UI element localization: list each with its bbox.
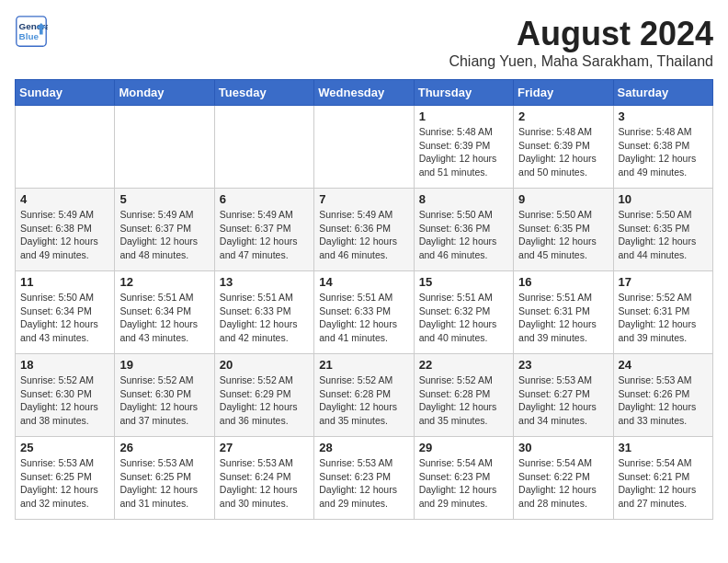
day-info: Sunrise: 5:50 AM Sunset: 6:35 PM Dayligh… bbox=[518, 208, 608, 262]
calendar-day-2: 2Sunrise: 5:48 AM Sunset: 6:39 PM Daylig… bbox=[514, 106, 613, 189]
day-info: Sunrise: 5:52 AM Sunset: 6:29 PM Dayligh… bbox=[220, 373, 309, 428]
day-number: 24 bbox=[619, 358, 708, 372]
day-info: Sunrise: 5:50 AM Sunset: 6:35 PM Dayligh… bbox=[619, 208, 708, 262]
day-info: Sunrise: 5:52 AM Sunset: 6:30 PM Dayligh… bbox=[119, 373, 209, 428]
calendar-table: SundayMondayTuesdayWednesdayThursdayFrid… bbox=[15, 79, 713, 520]
day-info: Sunrise: 5:49 AM Sunset: 6:37 PM Dayligh… bbox=[119, 208, 209, 262]
day-info: Sunrise: 5:52 AM Sunset: 6:28 PM Dayligh… bbox=[319, 373, 408, 428]
day-number: 1 bbox=[419, 109, 508, 123]
day-number: 11 bbox=[20, 275, 109, 289]
day-number: 12 bbox=[119, 275, 209, 289]
calendar-day-11: 11Sunrise: 5:50 AM Sunset: 6:34 PM Dayli… bbox=[16, 271, 115, 354]
day-number: 16 bbox=[518, 275, 608, 289]
calendar-day-5: 5Sunrise: 5:49 AM Sunset: 6:37 PM Daylig… bbox=[115, 189, 214, 271]
day-number: 8 bbox=[419, 192, 508, 206]
day-number: 6 bbox=[220, 192, 309, 206]
svg-text:Blue: Blue bbox=[19, 31, 40, 41]
calendar-day-30: 30Sunrise: 5:54 AM Sunset: 6:22 PM Dayli… bbox=[514, 437, 613, 520]
day-number: 30 bbox=[518, 441, 608, 454]
day-info: Sunrise: 5:54 AM Sunset: 6:23 PM Dayligh… bbox=[419, 456, 508, 511]
day-number: 28 bbox=[319, 441, 408, 454]
title-block: August 2024 Chiang Yuen, Maha Sarakham, … bbox=[449, 15, 713, 70]
calendar-day-15: 15Sunrise: 5:51 AM Sunset: 6:32 PM Dayli… bbox=[414, 271, 513, 354]
day-number: 18 bbox=[20, 358, 109, 372]
day-info: Sunrise: 5:53 AM Sunset: 6:25 PM Dayligh… bbox=[119, 456, 209, 511]
calendar-week-row: 1Sunrise: 5:48 AM Sunset: 6:39 PM Daylig… bbox=[16, 106, 713, 189]
calendar-day-4: 4Sunrise: 5:49 AM Sunset: 6:38 PM Daylig… bbox=[16, 189, 115, 271]
calendar-header-row: SundayMondayTuesdayWednesdayThursdayFrid… bbox=[16, 80, 713, 106]
logo: General Blue bbox=[15, 15, 48, 48]
day-number: 17 bbox=[619, 275, 708, 289]
day-number: 13 bbox=[220, 275, 309, 289]
calendar-day-27: 27Sunrise: 5:53 AM Sunset: 6:24 PM Dayli… bbox=[214, 437, 313, 520]
calendar-day-26: 26Sunrise: 5:53 AM Sunset: 6:25 PM Dayli… bbox=[115, 437, 214, 520]
logo-icon: General Blue bbox=[15, 15, 48, 48]
page-header: General Blue August 2024 Chiang Yuen, Ma… bbox=[15, 15, 713, 70]
header-friday: Friday bbox=[514, 80, 613, 106]
day-info: Sunrise: 5:51 AM Sunset: 6:32 PM Dayligh… bbox=[419, 291, 508, 345]
day-number: 14 bbox=[319, 275, 408, 289]
day-info: Sunrise: 5:53 AM Sunset: 6:26 PM Dayligh… bbox=[619, 373, 708, 428]
calendar-day-12: 12Sunrise: 5:51 AM Sunset: 6:34 PM Dayli… bbox=[115, 271, 214, 354]
calendar-day-14: 14Sunrise: 5:51 AM Sunset: 6:33 PM Dayli… bbox=[314, 271, 414, 354]
calendar-day-24: 24Sunrise: 5:53 AM Sunset: 6:26 PM Dayli… bbox=[613, 354, 712, 437]
day-number: 5 bbox=[119, 192, 209, 206]
day-info: Sunrise: 5:51 AM Sunset: 6:31 PM Dayligh… bbox=[518, 291, 608, 345]
month-year-title: August 2024 bbox=[449, 15, 713, 53]
location-subtitle: Chiang Yuen, Maha Sarakham, Thailand bbox=[449, 53, 713, 70]
calendar-day-1: 1Sunrise: 5:48 AM Sunset: 6:39 PM Daylig… bbox=[414, 106, 513, 189]
calendar-day-10: 10Sunrise: 5:50 AM Sunset: 6:35 PM Dayli… bbox=[613, 189, 712, 271]
day-number: 20 bbox=[220, 358, 309, 372]
header-saturday: Saturday bbox=[613, 80, 712, 106]
day-number: 26 bbox=[119, 441, 209, 454]
calendar-day-18: 18Sunrise: 5:52 AM Sunset: 6:30 PM Dayli… bbox=[16, 354, 115, 437]
day-info: Sunrise: 5:51 AM Sunset: 6:33 PM Dayligh… bbox=[319, 291, 408, 345]
calendar-day-22: 22Sunrise: 5:52 AM Sunset: 6:28 PM Dayli… bbox=[414, 354, 513, 437]
day-number: 4 bbox=[20, 192, 109, 206]
calendar-week-row: 11Sunrise: 5:50 AM Sunset: 6:34 PM Dayli… bbox=[16, 271, 713, 354]
day-number: 23 bbox=[518, 358, 608, 372]
day-info: Sunrise: 5:50 AM Sunset: 6:36 PM Dayligh… bbox=[419, 208, 508, 262]
calendar-day-8: 8Sunrise: 5:50 AM Sunset: 6:36 PM Daylig… bbox=[414, 189, 513, 271]
calendar-day-13: 13Sunrise: 5:51 AM Sunset: 6:33 PM Dayli… bbox=[214, 271, 313, 354]
day-info: Sunrise: 5:53 AM Sunset: 6:23 PM Dayligh… bbox=[319, 456, 408, 511]
day-number: 29 bbox=[419, 441, 508, 454]
calendar-day-19: 19Sunrise: 5:52 AM Sunset: 6:30 PM Dayli… bbox=[115, 354, 214, 437]
calendar-empty-cell bbox=[16, 106, 115, 189]
calendar-week-row: 18Sunrise: 5:52 AM Sunset: 6:30 PM Dayli… bbox=[16, 354, 713, 437]
calendar-day-25: 25Sunrise: 5:53 AM Sunset: 6:25 PM Dayli… bbox=[16, 437, 115, 520]
day-info: Sunrise: 5:48 AM Sunset: 6:39 PM Dayligh… bbox=[518, 125, 608, 179]
calendar-day-17: 17Sunrise: 5:52 AM Sunset: 6:31 PM Dayli… bbox=[613, 271, 712, 354]
calendar-week-row: 25Sunrise: 5:53 AM Sunset: 6:25 PM Dayli… bbox=[16, 437, 713, 520]
calendar-day-3: 3Sunrise: 5:48 AM Sunset: 6:38 PM Daylig… bbox=[613, 106, 712, 189]
day-number: 31 bbox=[619, 441, 708, 454]
calendar-empty-cell bbox=[314, 106, 414, 189]
day-number: 2 bbox=[518, 109, 608, 123]
header-thursday: Thursday bbox=[414, 80, 513, 106]
day-info: Sunrise: 5:48 AM Sunset: 6:39 PM Dayligh… bbox=[419, 125, 508, 179]
day-info: Sunrise: 5:52 AM Sunset: 6:28 PM Dayligh… bbox=[419, 373, 508, 428]
day-number: 10 bbox=[619, 192, 708, 206]
calendar-day-6: 6Sunrise: 5:49 AM Sunset: 6:37 PM Daylig… bbox=[214, 189, 313, 271]
day-info: Sunrise: 5:53 AM Sunset: 6:25 PM Dayligh… bbox=[20, 456, 109, 511]
calendar-day-9: 9Sunrise: 5:50 AM Sunset: 6:35 PM Daylig… bbox=[514, 189, 613, 271]
day-number: 21 bbox=[319, 358, 408, 372]
calendar-day-7: 7Sunrise: 5:49 AM Sunset: 6:36 PM Daylig… bbox=[314, 189, 414, 271]
header-monday: Monday bbox=[115, 80, 214, 106]
day-number: 25 bbox=[20, 441, 109, 454]
day-number: 22 bbox=[419, 358, 508, 372]
day-info: Sunrise: 5:49 AM Sunset: 6:36 PM Dayligh… bbox=[319, 208, 408, 262]
calendar-week-row: 4Sunrise: 5:49 AM Sunset: 6:38 PM Daylig… bbox=[16, 189, 713, 271]
calendar-day-23: 23Sunrise: 5:53 AM Sunset: 6:27 PM Dayli… bbox=[514, 354, 613, 437]
day-number: 19 bbox=[119, 358, 209, 372]
day-number: 27 bbox=[220, 441, 309, 454]
header-wednesday: Wednesday bbox=[314, 80, 414, 106]
day-info: Sunrise: 5:54 AM Sunset: 6:21 PM Dayligh… bbox=[619, 456, 708, 511]
calendar-day-28: 28Sunrise: 5:53 AM Sunset: 6:23 PM Dayli… bbox=[314, 437, 414, 520]
calendar-day-29: 29Sunrise: 5:54 AM Sunset: 6:23 PM Dayli… bbox=[414, 437, 513, 520]
day-number: 7 bbox=[319, 192, 408, 206]
day-info: Sunrise: 5:53 AM Sunset: 6:24 PM Dayligh… bbox=[220, 456, 309, 511]
day-number: 15 bbox=[419, 275, 508, 289]
calendar-day-21: 21Sunrise: 5:52 AM Sunset: 6:28 PM Dayli… bbox=[314, 354, 414, 437]
day-info: Sunrise: 5:49 AM Sunset: 6:38 PM Dayligh… bbox=[20, 208, 109, 262]
